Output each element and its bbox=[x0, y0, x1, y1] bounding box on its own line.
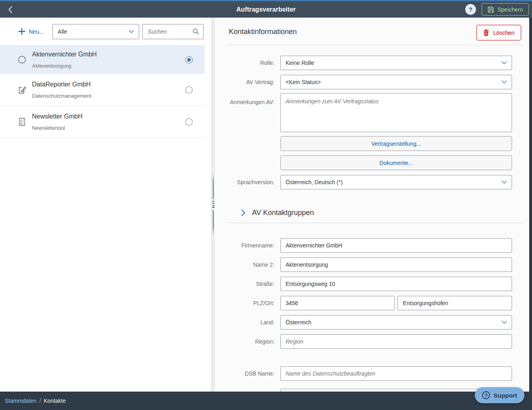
splitter-line-top bbox=[213, 174, 214, 199]
page-title: Auftragsverarbeiter bbox=[0, 6, 532, 13]
question-circle-icon: ? bbox=[482, 391, 490, 399]
chevron-down-icon bbox=[502, 321, 507, 324]
contact-list-panel: Neu... Alle Aktenvernichter GmbH Aktenen… bbox=[0, 18, 211, 392]
plz-input[interactable] bbox=[280, 296, 395, 310]
rolle-select[interactable]: Keine Rolle bbox=[280, 56, 512, 70]
app-header: Auftragsverarbeiter ? Speichern bbox=[0, 0, 532, 18]
list-item-subtitle: Datenschutzmanagement bbox=[32, 93, 185, 99]
dokumente-button[interactable]: Dokumente... bbox=[280, 155, 512, 170]
back-button[interactable] bbox=[5, 4, 17, 16]
radio-unselected[interactable] bbox=[185, 118, 193, 126]
strasse-label: Straße: bbox=[215, 280, 280, 288]
header-divider bbox=[228, 45, 524, 45]
rolle-select-value: Keine Rolle bbox=[286, 60, 314, 66]
list-item-title: DataReporter GmbH bbox=[32, 81, 185, 88]
list-item-subtitle: Newslettertool bbox=[32, 125, 185, 131]
breadcrumb-stammdaten[interactable]: Stammdaten bbox=[5, 398, 36, 404]
chevron-down-icon bbox=[502, 80, 507, 84]
land-select[interactable]: Österreich bbox=[280, 315, 512, 330]
search-icon[interactable] bbox=[192, 28, 199, 35]
filter-select-value: Alle bbox=[58, 28, 67, 35]
panel-splitter[interactable] bbox=[211, 18, 215, 392]
new-contact-button[interactable]: Neu... bbox=[18, 28, 44, 35]
region-label: Region: bbox=[215, 338, 280, 346]
dsb-name-input[interactable] bbox=[280, 366, 512, 381]
anmerkungen-label: Anmerkungen AV: bbox=[215, 93, 280, 106]
save-button[interactable]: Speichern bbox=[482, 3, 529, 16]
contact-list: Aktenvernichter GmbH Aktenentsorgung Dat… bbox=[0, 45, 205, 138]
help-icon[interactable]: ? bbox=[465, 4, 476, 15]
footer-bar: Stammdaten / Kontakte bbox=[0, 392, 532, 410]
name2-input[interactable] bbox=[280, 257, 512, 272]
contact-detail-panel: Kontaktinformationen Löschen Rolle: Kein… bbox=[215, 18, 529, 392]
support-button-label: Support bbox=[494, 392, 517, 399]
sprachversion-label: Sprachversion: bbox=[215, 179, 280, 186]
dsb-name-label: DSB Name: bbox=[215, 370, 280, 378]
vertragserstellung-button[interactable]: Vertragserstellung... bbox=[280, 136, 512, 151]
firmenname-label: Firmenname: bbox=[215, 242, 280, 249]
av-vertrag-select-value: <Kein Status> bbox=[286, 79, 321, 85]
detail-title: Kontaktinformationen bbox=[229, 28, 297, 36]
radio-selected[interactable] bbox=[185, 56, 193, 64]
support-button[interactable]: ? Support bbox=[475, 387, 524, 403]
splitter-grip-icon[interactable] bbox=[212, 201, 214, 208]
chevron-right-icon bbox=[241, 209, 246, 216]
av-vertrag-select[interactable]: <Kein Status> bbox=[280, 75, 512, 89]
firmenname-input[interactable] bbox=[280, 238, 512, 253]
search-field bbox=[142, 24, 204, 39]
section-title: AV Kontaktgruppen bbox=[252, 209, 314, 217]
search-input[interactable] bbox=[148, 28, 192, 35]
strasse-input[interactable] bbox=[280, 277, 512, 291]
circle-icon bbox=[17, 55, 27, 64]
chevron-down-icon bbox=[129, 30, 134, 33]
plz-ort-label: PLZ/Ort: bbox=[215, 299, 280, 307]
section-divider bbox=[228, 223, 524, 223]
sprachversion-select[interactable]: Österreich, Deutsch (*) bbox=[280, 175, 512, 189]
land-label: Land: bbox=[215, 319, 280, 326]
sprachversion-select-value: Österreich, Deutsch (*) bbox=[286, 179, 342, 185]
name2-label: Name 2: bbox=[215, 261, 280, 269]
new-contact-label: Neu... bbox=[29, 28, 44, 35]
rolle-label: Rolle: bbox=[215, 59, 280, 67]
list-toolbar: Neu... Alle bbox=[0, 18, 205, 45]
compose-icon bbox=[17, 85, 27, 94]
save-button-label: Speichern bbox=[498, 6, 523, 13]
list-item-aktenvernichter[interactable]: Aktenvernichter GmbH Aktenentsorgung bbox=[0, 46, 205, 74]
delete-button[interactable]: Löschen bbox=[476, 25, 521, 40]
radio-unselected[interactable] bbox=[185, 86, 193, 94]
list-item-subtitle: Aktenentsorgung bbox=[32, 63, 185, 69]
filter-select[interactable]: Alle bbox=[52, 24, 139, 39]
av-kontaktgruppen-section-toggle[interactable]: AV Kontaktgruppen bbox=[241, 209, 529, 217]
trash-icon bbox=[483, 29, 489, 36]
list-item-title: Newsletter GmbH bbox=[32, 113, 185, 120]
right-edge-strip bbox=[529, 18, 532, 410]
list-item-datareporter[interactable]: DataReporter GmbH Datenschutzmanagement bbox=[0, 74, 205, 106]
chevron-down-icon bbox=[502, 181, 507, 184]
chevron-left-icon bbox=[7, 6, 15, 14]
splitter-line-bottom bbox=[213, 210, 214, 235]
breadcrumb-separator: / bbox=[39, 398, 41, 404]
list-item-newsletter[interactable]: Newsletter GmbH Newslettertool bbox=[0, 106, 205, 138]
chevron-down-icon bbox=[502, 61, 507, 64]
land-select-value: Österreich bbox=[286, 319, 312, 326]
list-item-title: Aktenvernichter GmbH bbox=[32, 51, 185, 58]
plus-icon bbox=[18, 28, 26, 35]
av-vertrag-label: AV Vertrag: bbox=[215, 78, 280, 86]
breadcrumb-kontakte: Kontakte bbox=[44, 398, 66, 404]
ort-input[interactable] bbox=[398, 296, 512, 310]
region-input[interactable] bbox=[280, 334, 512, 349]
delete-button-label: Löschen bbox=[493, 30, 514, 36]
anmerkungen-textarea[interactable] bbox=[280, 93, 512, 132]
save-disk-icon bbox=[488, 6, 494, 13]
checklist-icon bbox=[17, 117, 27, 127]
